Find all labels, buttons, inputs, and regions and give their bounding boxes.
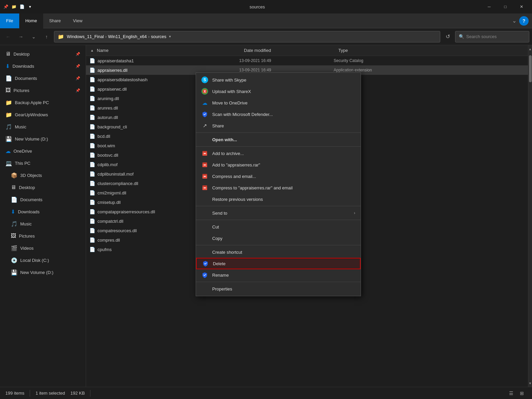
nav-up-button[interactable]: ↑: [41, 31, 52, 42]
folder-icon-backup: 📁: [5, 99, 12, 106]
ribbon-help-button[interactable]: ?: [519, 16, 529, 26]
file-type: on extension: [334, 105, 525, 110]
ctx-item-compress-email[interactable]: Compress and email...: [196, 171, 361, 182]
ctx-label: Delete: [213, 261, 355, 266]
svg-rect-3: [202, 162, 207, 164]
sidebar-item-videos-pc[interactable]: 🎬 Videos: [0, 242, 86, 254]
ctx-item-move-onedrive[interactable]: ☁Move to OneDrive: [196, 97, 361, 109]
scroll-up-button[interactable]: ▲: [528, 46, 532, 52]
sidebar-item-desktop[interactable]: 🖥 Desktop 📌: [0, 48, 86, 60]
ctx-item-rename[interactable]: Rename: [196, 269, 361, 281]
file-type: on extension: [334, 200, 525, 205]
sidebar-item-desktop-pc[interactable]: 🖥 Desktop: [0, 181, 86, 193]
status-item-count: 199 items: [5, 391, 24, 396]
ctx-item-properties[interactable]: Properties: [196, 283, 361, 295]
ctx-item-compress-rar-email[interactable]: Compress to "appraiserres.rar" and email: [196, 182, 361, 193]
file-icon: 📄: [89, 142, 95, 149]
maximize-button[interactable]: □: [498, 1, 513, 12]
sidebar-item-pictures-quick[interactable]: 🖼 Pictures 📌: [0, 84, 86, 96]
sidebar-item-backup[interactable]: 📁 Backup Apple PC: [0, 96, 86, 109]
scroll-track[interactable]: [528, 52, 532, 380]
sidebar-item-onedrive[interactable]: ☁ OneDrive: [0, 145, 86, 157]
ctx-icon-none: [201, 136, 208, 143]
ribbon-file-tab[interactable]: File: [0, 13, 19, 28]
sidebar-item-newvol-quick[interactable]: 💾 New Volume (D:): [0, 133, 86, 145]
sidebar-item-pictures-pc[interactable]: 🖼 Pictures: [0, 230, 86, 242]
sidebar-item-downloads-quick[interactable]: ⬇ Downloads 📌: [0, 60, 86, 72]
file-icon: 📄: [89, 67, 95, 73]
nav-forward-button[interactable]: →: [16, 31, 26, 42]
dropdown-icon[interactable]: ▾: [27, 4, 33, 10]
sidebar-item-music-quick[interactable]: 🎵 Music: [0, 121, 86, 133]
sidebar-item-thispc[interactable]: 💻 This PC: [0, 157, 86, 169]
file-type: on extension: [334, 219, 525, 223]
ctx-item-send-to[interactable]: Send to›: [196, 207, 361, 219]
minimize-button[interactable]: ─: [481, 1, 497, 12]
ctx-item-cut[interactable]: Cut: [196, 221, 361, 233]
file-row[interactable]: 📄 appraiserdatasha1 13-09-2021 16:49 Sec…: [86, 56, 528, 65]
ctx-item-share-skype[interactable]: SShare with Skype: [196, 74, 361, 86]
ctx-item-create-shortcut[interactable]: Create shortcut: [196, 246, 361, 258]
refresh-button[interactable]: ↺: [442, 31, 453, 42]
ctx-label: Compress to "appraiserres.rar" and email: [212, 185, 355, 190]
path-part-3[interactable]: sources: [151, 34, 166, 39]
ribbon-share-tab[interactable]: Share: [43, 13, 67, 28]
sharex-icon: X: [201, 88, 208, 95]
ctx-item-share[interactable]: ↗Share: [196, 120, 361, 131]
ctx-item-scan-defender[interactable]: Scan with Microsoft Defender...: [196, 109, 361, 120]
nav-recent-button[interactable]: ⌄: [28, 31, 39, 42]
sort-button[interactable]: ▲: [89, 47, 95, 54]
col-header-type[interactable]: Type: [338, 48, 525, 53]
file-icon: 📄: [89, 237, 95, 243]
details-view-button[interactable]: ☰: [506, 389, 516, 398]
desktop-pc-icon: 🖥: [11, 184, 16, 190]
archive-icon: [201, 173, 208, 180]
path-part-2[interactable]: Win11_English_x64: [108, 34, 147, 39]
file-icon: 📄: [89, 114, 95, 121]
search-box[interactable]: 🔍 Search sources: [455, 31, 529, 42]
sidebar-item-3dobjects[interactable]: 📦 3D Objects: [0, 169, 86, 181]
sidebar-item-gearup[interactable]: 📁 GearUpWindows: [0, 109, 86, 121]
ctx-item-add-rar[interactable]: Add to "appraiserres.rar": [196, 159, 361, 171]
ribbon-view-tab[interactable]: View: [67, 13, 88, 28]
ctx-item-upload-sharex[interactable]: XUpload with ShareX: [196, 86, 361, 97]
ribbon-home-tab[interactable]: Home: [19, 13, 43, 28]
ctx-label: Share: [212, 123, 355, 128]
address-path[interactable]: 📁 Windows_11_Final › Win11_English_x64 ›…: [54, 31, 440, 42]
ctx-separator: [196, 146, 361, 147]
ctx-icon-none: [201, 196, 208, 203]
sidebar-item-newvold[interactable]: 💾 New Volume (D:): [0, 266, 86, 278]
svg-rect-0: [202, 151, 207, 152]
file-icon: 📄: [89, 104, 95, 111]
sidebar-item-music-pc[interactable]: 🎵 Music: [0, 218, 86, 230]
ctx-item-delete[interactable]: Delete: [196, 258, 361, 269]
skype-icon: S: [201, 76, 208, 83]
close-button[interactable]: ✕: [514, 1, 529, 12]
archive-icon: [201, 161, 208, 168]
file-type: on extension: [334, 228, 525, 233]
col-header-name[interactable]: Name: [95, 48, 244, 53]
file-icon: 📄: [89, 95, 95, 102]
onedrive-icon: ☁: [201, 99, 208, 106]
sidebar-item-documents-quick[interactable]: 📄 Documents 📌: [0, 72, 86, 84]
ctx-label: Rename: [212, 273, 355, 278]
ctx-item-restore-versions[interactable]: Restore previous versions: [196, 193, 361, 205]
sidebar-item-documents-pc[interactable]: 📄 Documents: [0, 193, 86, 206]
large-icons-view-button[interactable]: ⊞: [517, 389, 527, 398]
sidebar-item-downloads-pc[interactable]: ⬇ Downloads: [0, 206, 86, 218]
scroll-thumb[interactable]: [529, 55, 532, 82]
nav-back-button[interactable]: ←: [3, 31, 13, 42]
ctx-arrow: ›: [354, 211, 355, 215]
ctx-item-copy[interactable]: Copy: [196, 233, 361, 244]
content-scrollbar[interactable]: ▲ ▼: [528, 45, 532, 387]
path-part-1[interactable]: Windows_11_Final: [67, 34, 104, 39]
path-dropdown-button[interactable]: ▾: [169, 34, 171, 39]
file-type: on extension: [334, 153, 525, 157]
ctx-label: Add to archive...: [212, 151, 355, 156]
ribbon-collapse-button[interactable]: ⌄: [512, 18, 516, 24]
scroll-down-button[interactable]: ▼: [528, 380, 532, 386]
col-header-date[interactable]: Date modified: [244, 48, 338, 53]
ctx-item-open-with[interactable]: Open with...: [196, 134, 361, 145]
ctx-item-add-archive[interactable]: Add to archive...: [196, 148, 361, 159]
sidebar-item-localc[interactable]: 💿 Local Disk (C:): [0, 254, 86, 266]
